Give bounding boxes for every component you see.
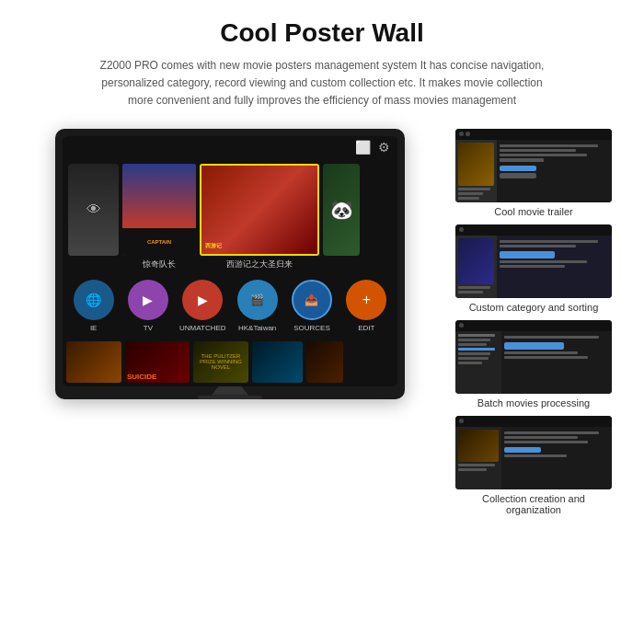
- bottom-thumbs-row: SUICIDE THE PULITZER PRIZE WINNING NOVEL: [63, 338, 397, 386]
- poster-monkey-king[interactable]: 西游记 西游记之大圣归来: [200, 164, 319, 270]
- screenshot-category-thumb[interactable]: [455, 224, 612, 298]
- tv-stand-assembly: [63, 386, 397, 399]
- screenshot-category-label: Custom category and sorting: [469, 302, 599, 313]
- app-unmatched[interactable]: ▶ UNMATCHED: [178, 280, 228, 332]
- tv-top-bar: ⬜ ⚙: [63, 136, 397, 158]
- tv-screen: ⬜ ⚙ 👁: [63, 136, 397, 386]
- header-section: Cool Poster Wall Z2000 PRO comes with ne…: [92, 18, 552, 110]
- thumb-4[interactable]: [252, 341, 303, 383]
- thumb-1[interactable]: [66, 341, 121, 383]
- poster1-label: 惊奇队长: [143, 259, 176, 270]
- screenshot-batch-thumb[interactable]: [455, 320, 612, 394]
- tv-display-icon: ⬜: [355, 140, 371, 155]
- tv-stand-base: [198, 396, 262, 399]
- poster-right-partial[interactable]: 🐼: [323, 164, 360, 256]
- app-hktaiwan-label: HK&Taiwan: [238, 324, 276, 332]
- subtitle: Z2000 PRO comes with new movie posters m…: [92, 57, 552, 110]
- main-title: Cool Poster Wall: [92, 18, 552, 48]
- screenshot-collection-label: Collection creation andorganization: [482, 493, 585, 515]
- app-sources-label: SOURCES: [293, 324, 330, 332]
- content-row: ⬜ ⚙ 👁: [28, 129, 616, 515]
- app-edit[interactable]: + EDIT: [341, 280, 392, 332]
- poster-captain-marvel[interactable]: CAPTAIN 惊奇队长: [122, 164, 196, 270]
- screenshot-category: Custom category and sorting: [451, 224, 616, 313]
- app-ie[interactable]: 🌐 IE: [68, 280, 119, 332]
- app-ie-label: IE: [90, 324, 98, 332]
- thumb-2[interactable]: SUICIDE: [125, 341, 190, 383]
- posters-row: 👁 CAPTAIN 惊奇队长: [63, 158, 397, 274]
- app-sources[interactable]: 📤 SOURCES: [286, 280, 337, 332]
- screenshot-trailer: Cool movie trailer: [451, 129, 616, 217]
- app-edit-label: EDIT: [358, 324, 374, 332]
- thumb-3[interactable]: THE PULITZER PRIZE WINNING NOVEL: [193, 341, 248, 383]
- screenshot-batch-label: Batch movies processing: [477, 397, 590, 408]
- poster2-label: 西游记之大圣归来: [226, 259, 293, 270]
- tv-frame: ⬜ ⚙ 👁: [55, 129, 405, 399]
- app-tv-label: TV: [144, 324, 153, 332]
- app-hktaiwan[interactable]: 🎬 HK&Taiwan: [232, 280, 282, 332]
- tv-stand-neck: [212, 386, 248, 396]
- screenshot-trailer-thumb[interactable]: [455, 129, 612, 202]
- app-unmatched-label: UNMATCHED: [179, 324, 226, 332]
- screenshot-trailer-label: Cool movie trailer: [494, 206, 573, 217]
- poster-left-partial[interactable]: 👁: [68, 164, 119, 256]
- thumb-5[interactable]: [306, 341, 343, 383]
- tv-section: ⬜ ⚙ 👁: [28, 129, 432, 399]
- screenshot-collection-thumb[interactable]: [455, 416, 612, 489]
- page-container: Cool Poster Wall Z2000 PRO comes with ne…: [0, 0, 644, 644]
- tv-settings-icon[interactable]: ⚙: [378, 140, 390, 155]
- screenshot-collection: Collection creation andorganization: [451, 416, 616, 515]
- screenshot-batch: Batch movies processing: [451, 320, 616, 408]
- screenshots-panel: Cool movie trailer: [451, 129, 616, 515]
- app-tv[interactable]: ▶ TV: [122, 280, 173, 332]
- apps-row: 🌐 IE ▶ TV ▶: [63, 274, 397, 338]
